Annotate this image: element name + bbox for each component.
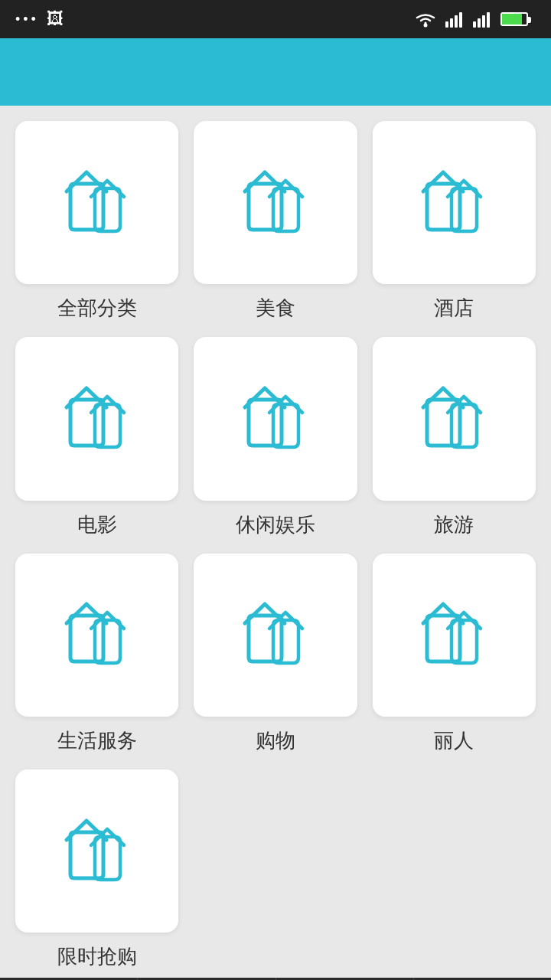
svg-rect-7 [482,15,485,28]
category-card-food [194,121,357,284]
svg-rect-4 [459,12,462,28]
svg-point-0 [424,24,428,28]
category-item-beauty[interactable]: 丽人 [373,554,536,754]
category-label-movie: 电影 [77,511,117,538]
svg-rect-6 [478,18,481,28]
svg-rect-1 [445,21,448,28]
status-image-icon: 🖼 [47,9,64,29]
category-card-flash [15,769,178,933]
category-card-life [15,554,178,717]
signal2-icon [473,11,493,28]
wifi-icon [413,11,438,28]
category-card-shopping [194,554,357,717]
category-label-flash: 限时抢购 [57,943,137,970]
category-card-all [15,121,178,284]
status-right [413,11,536,28]
main-content: 全部分类 美食 酒店 电影 [0,106,551,978]
category-card-hotel [373,121,536,284]
signal1-icon [445,11,465,28]
status-left: ••• 🖼 [15,9,64,29]
category-item-shopping[interactable]: 购物 [194,554,357,754]
category-label-leisure: 休闲娱乐 [236,511,315,538]
category-label-beauty: 丽人 [434,727,474,754]
svg-rect-2 [450,18,453,28]
category-item-movie[interactable]: 电影 [15,337,178,537]
category-item-flash[interactable]: 限时抢购 [15,769,178,970]
category-card-travel [373,337,536,500]
category-label-food: 美食 [256,295,295,322]
status-bar: ••• 🖼 [0,0,551,38]
category-grid: 全部分类 美食 酒店 电影 [15,121,536,970]
battery-icon [500,12,528,26]
category-item-food[interactable]: 美食 [194,121,357,322]
status-dots: ••• [15,11,39,28]
category-label-life: 生活服务 [57,727,137,754]
svg-rect-5 [473,21,476,28]
svg-rect-3 [455,15,458,28]
category-label-hotel: 酒店 [434,295,474,322]
category-label-all: 全部分类 [57,295,137,322]
category-card-leisure [194,337,357,500]
app-header [0,38,551,106]
category-item-life[interactable]: 生活服务 [15,554,178,754]
category-card-beauty [373,554,536,717]
category-item-leisure[interactable]: 休闲娱乐 [194,337,357,537]
category-label-shopping: 购物 [256,727,295,754]
category-item-hotel[interactable]: 酒店 [373,121,536,322]
category-card-movie [15,337,178,500]
category-label-travel: 旅游 [434,511,474,538]
svg-rect-8 [487,12,490,28]
category-item-all[interactable]: 全部分类 [15,121,178,322]
category-item-travel[interactable]: 旅游 [373,337,536,537]
